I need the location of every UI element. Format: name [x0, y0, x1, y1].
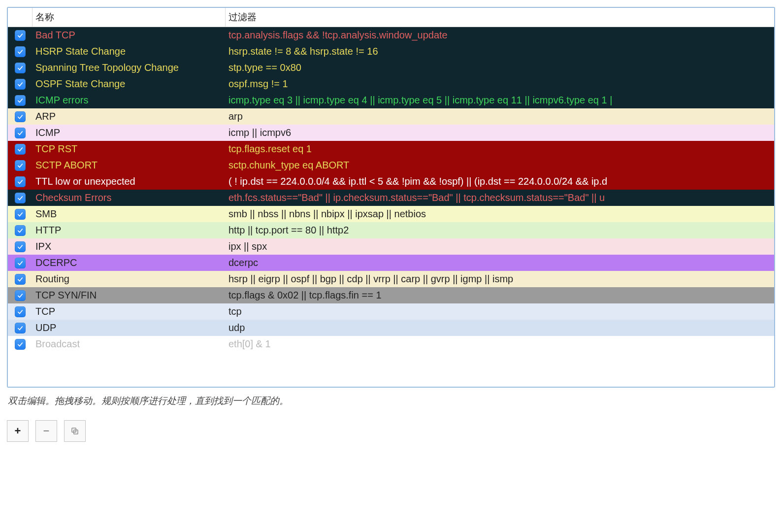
- rule-name[interactable]: ICMP: [33, 125, 226, 140]
- rule-name[interactable]: ICMP errors: [33, 93, 226, 108]
- rule-check-cell: [8, 158, 33, 173]
- rule-name[interactable]: HSRP State Change: [33, 44, 226, 59]
- table-row[interactable]: HTTPhttp || tcp.port == 80 || http2: [8, 222, 774, 238]
- rule-name-label: SCTP ABORT: [35, 160, 98, 171]
- rule-checkbox[interactable]: [15, 274, 26, 285]
- rule-name[interactable]: SCTP ABORT: [33, 158, 226, 173]
- rule-name[interactable]: Bad TCP: [33, 28, 226, 43]
- table-row[interactable]: ARParp: [8, 108, 774, 125]
- header-filter[interactable]: 过滤器: [226, 8, 774, 27]
- rule-checkbox[interactable]: [15, 241, 26, 252]
- rule-filter[interactable]: sctp.chunk_type eq ABORT: [226, 158, 774, 173]
- rule-name-label: DCERPC: [35, 257, 77, 268]
- rule-name[interactable]: OSPF State Change: [33, 76, 226, 92]
- table-row[interactable]: IPXipx || spx: [8, 238, 774, 255]
- rule-filter[interactable]: ospf.msg != 1: [226, 76, 774, 92]
- rule-name-label: UDP: [35, 322, 56, 333]
- rule-check-cell: [8, 207, 33, 222]
- rule-checkbox[interactable]: [15, 46, 26, 57]
- rule-filter[interactable]: tcp.analysis.flags && !tcp.analysis.wind…: [226, 28, 774, 43]
- rule-checkbox[interactable]: [15, 79, 26, 90]
- check-icon: [17, 243, 24, 250]
- rules-panel: 名称 过滤器 Bad TCPtcp.analysis.flags && !tcp…: [7, 7, 775, 388]
- table-row[interactable]: Bad TCPtcp.analysis.flags && !tcp.analys…: [8, 27, 774, 43]
- rule-checkbox[interactable]: [15, 323, 26, 333]
- rule-filter[interactable]: http || tcp.port == 80 || http2: [226, 223, 774, 238]
- rule-filter[interactable]: arp: [226, 109, 774, 124]
- rule-filter[interactable]: stp.type == 0x80: [226, 60, 774, 75]
- rule-filter[interactable]: eth.fcs.status=="Bad" || ip.checksum.sta…: [226, 190, 774, 205]
- table-row[interactable]: Checksum Errorseth.fcs.status=="Bad" || …: [8, 190, 774, 206]
- rule-name[interactable]: ARP: [33, 109, 226, 124]
- table-row[interactable]: TCPtcp: [8, 303, 774, 320]
- rule-filter[interactable]: udp: [226, 320, 774, 335]
- rule-name[interactable]: TCP: [33, 304, 226, 319]
- rule-filter-label: tcp: [228, 306, 242, 317]
- rule-filter[interactable]: dcerpc: [226, 255, 774, 270]
- rule-filter[interactable]: hsrp || eigrp || ospf || bgp || cdp || v…: [226, 271, 774, 287]
- rule-name[interactable]: UDP: [33, 320, 226, 335]
- rule-name[interactable]: TCP RST: [33, 141, 226, 157]
- rule-filter-label: eth[0] & 1: [228, 338, 271, 349]
- rule-check-cell: [8, 304, 33, 319]
- rule-filter-label: hsrp.state != 8 && hsrp.state != 16: [228, 46, 378, 57]
- rule-name[interactable]: HTTP: [33, 223, 226, 238]
- table-row[interactable]: TCP SYN/FINtcp.flags & 0x02 || tcp.flags…: [8, 287, 774, 303]
- rule-checkbox[interactable]: [15, 258, 26, 268]
- rule-name[interactable]: TCP SYN/FIN: [33, 288, 226, 303]
- table-row[interactable]: SCTP ABORTsctp.chunk_type eq ABORT: [8, 157, 774, 173]
- table-row[interactable]: TCP RSTtcp.flags.reset eq 1: [8, 141, 774, 157]
- rule-filter[interactable]: icmp || icmpv6: [226, 125, 774, 140]
- rule-checkbox[interactable]: [15, 63, 26, 73]
- rule-filter[interactable]: tcp.flags.reset eq 1: [226, 141, 774, 157]
- rule-filter[interactable]: ipx || spx: [226, 239, 774, 254]
- rule-checkbox[interactable]: [15, 160, 26, 171]
- rule-filter[interactable]: hsrp.state != 8 && hsrp.state != 16: [226, 44, 774, 59]
- rule-checkbox[interactable]: [15, 176, 26, 187]
- check-icon: [17, 308, 24, 315]
- rule-checkbox[interactable]: [15, 30, 26, 41]
- rule-name[interactable]: Broadcast: [33, 336, 226, 352]
- table-row[interactable]: Spanning Tree Topology Changestp.type ==…: [8, 60, 774, 76]
- rule-checkbox[interactable]: [15, 128, 26, 138]
- table-row[interactable]: HSRP State Changehsrp.state != 8 && hsrp…: [8, 43, 774, 60]
- table-row[interactable]: ICMPicmp || icmpv6: [8, 125, 774, 141]
- rule-checkbox[interactable]: [15, 225, 26, 236]
- rule-checkbox[interactable]: [15, 339, 26, 350]
- header-name[interactable]: 名称: [33, 8, 226, 27]
- rule-name[interactable]: SMB: [33, 206, 226, 222]
- table-row[interactable]: DCERPCdcerpc: [8, 255, 774, 271]
- rule-filter[interactable]: tcp: [226, 304, 774, 319]
- table-row[interactable]: SMBsmb || nbss || nbns || nbipx || ipxsa…: [8, 206, 774, 222]
- rule-name[interactable]: TTL low or unexpected: [33, 174, 226, 189]
- rule-checkbox[interactable]: [15, 95, 26, 106]
- rule-name[interactable]: Spanning Tree Topology Change: [33, 60, 226, 75]
- rule-checkbox[interactable]: [15, 144, 26, 155]
- rule-filter[interactable]: icmp.type eq 3 || icmp.type eq 4 || icmp…: [226, 93, 774, 108]
- table-row[interactable]: UDPudp: [8, 320, 774, 336]
- rule-name-label: TCP SYN/FIN: [35, 290, 97, 301]
- rule-filter-label: tcp.flags & 0x02 || tcp.flags.fin == 1: [228, 290, 382, 300]
- rule-name[interactable]: IPX: [33, 239, 226, 254]
- rule-checkbox[interactable]: [15, 193, 26, 203]
- rule-filter[interactable]: tcp.flags & 0x02 || tcp.flags.fin == 1: [226, 288, 774, 303]
- rule-checkbox[interactable]: [15, 209, 26, 220]
- add-button[interactable]: +: [7, 420, 29, 442]
- rule-checkbox[interactable]: [15, 306, 26, 317]
- rule-checkbox[interactable]: [15, 111, 26, 122]
- remove-button[interactable]: −: [35, 420, 57, 442]
- table-row[interactable]: OSPF State Changeospf.msg != 1: [8, 76, 774, 92]
- check-icon: [17, 81, 24, 88]
- table-row[interactable]: ICMP errorsicmp.type eq 3 || icmp.type e…: [8, 92, 774, 108]
- rule-name[interactable]: Checksum Errors: [33, 190, 226, 205]
- rule-name[interactable]: DCERPC: [33, 255, 226, 270]
- rule-filter[interactable]: ( ! ip.dst == 224.0.0.0/4 && ip.ttl < 5 …: [226, 174, 774, 189]
- table-row[interactable]: Broadcasteth[0] & 1: [8, 336, 774, 352]
- rule-name[interactable]: Routing: [33, 271, 226, 287]
- rule-filter[interactable]: eth[0] & 1: [226, 336, 774, 352]
- table-row[interactable]: Routinghsrp || eigrp || ospf || bgp || c…: [8, 271, 774, 287]
- rule-checkbox[interactable]: [15, 290, 26, 301]
- copy-button[interactable]: [64, 420, 86, 442]
- rule-filter[interactable]: smb || nbss || nbns || nbipx || ipxsap |…: [226, 206, 774, 222]
- table-row[interactable]: TTL low or unexpected( ! ip.dst == 224.0…: [8, 173, 774, 190]
